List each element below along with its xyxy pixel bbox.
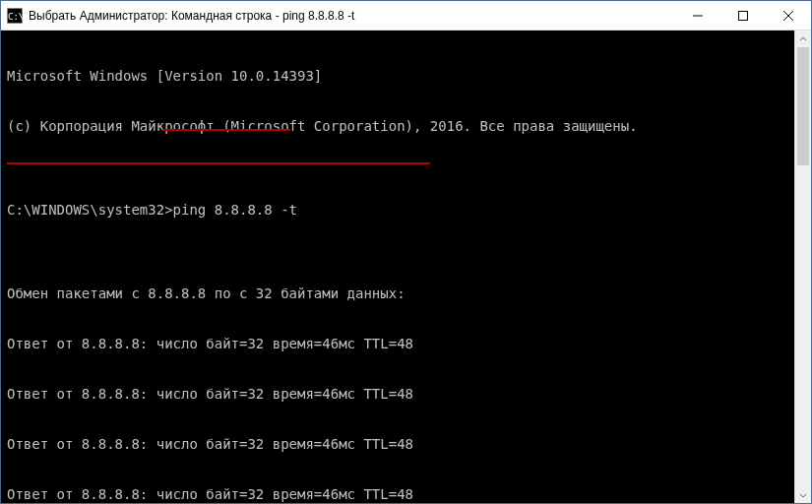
terminal-prompt-line: C:\WINDOWS\system32>ping 8.8.8.8 -t — [7, 202, 811, 219]
terminal-area[interactable]: Microsoft Windows [Version 10.0.14393] (… — [1, 31, 811, 503]
annotation-underline — [162, 129, 290, 131]
scroll-down-button[interactable] — [795, 486, 811, 503]
vertical-scrollbar[interactable] — [794, 31, 811, 503]
scrollbar-track[interactable] — [795, 47, 811, 486]
close-button[interactable] — [766, 1, 811, 30]
titlebar[interactable]: C:\ Выбрать Администратор: Командная стр… — [1, 1, 811, 31]
scrollbar-thumb[interactable] — [797, 47, 809, 165]
chevron-down-icon — [799, 491, 807, 499]
maximize-icon — [738, 11, 748, 21]
annotation-underline — [7, 162, 430, 164]
terminal-line: Ответ от 8.8.8.8: число байт=32 время=46… — [7, 336, 811, 352]
minimize-icon — [693, 11, 703, 21]
terminal-line: (c) Корпорация Майкрософт (Microsoft Cor… — [7, 118, 811, 135]
terminal-line: Microsoft Windows [Version 10.0.14393] — [7, 68, 811, 85]
terminal-line: Ответ от 8.8.8.8: число байт=32 время=46… — [7, 386, 811, 403]
minimize-button[interactable] — [675, 1, 720, 30]
cmd-app-icon: C:\ — [7, 8, 23, 24]
command-text: ping 8.8.8.8 -t — [173, 202, 297, 218]
maximize-button[interactable] — [720, 1, 766, 30]
svg-rect-1 — [739, 11, 748, 20]
terminal-line: Ответ от 8.8.8.8: число байт=32 время=46… — [7, 436, 811, 453]
close-icon — [783, 11, 793, 21]
window-title: Выбрать Администратор: Командная строка … — [29, 9, 354, 23]
app-window: C:\ Выбрать Администратор: Командная стр… — [0, 0, 812, 504]
chevron-up-icon — [799, 35, 807, 43]
terminal-line: Ответ от 8.8.8.8: число байт=32 время=46… — [7, 486, 811, 503]
prompt-text: C:\WINDOWS\system32> — [7, 202, 173, 218]
terminal-line: Обмен пакетами с 8.8.8.8 по с 32 байтами… — [7, 285, 811, 302]
scroll-up-button[interactable] — [795, 31, 811, 47]
